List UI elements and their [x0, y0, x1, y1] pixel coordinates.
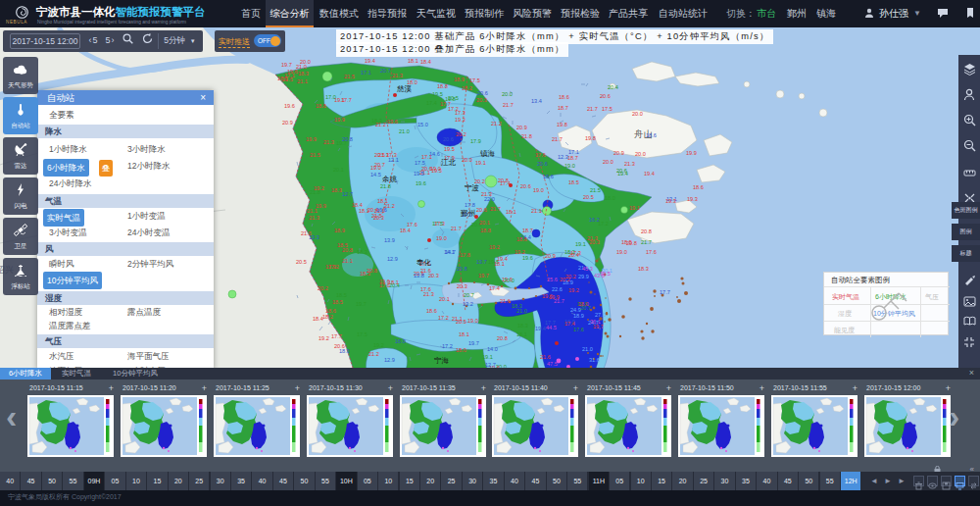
- svg-text:18.8: 18.8: [480, 228, 491, 233]
- svg-text:17.6: 17.6: [535, 152, 546, 158]
- svg-text:20.0: 20.0: [603, 159, 613, 165]
- svg-text:18.5: 18.5: [568, 179, 579, 185]
- svg-text:21.2: 21.2: [491, 121, 502, 126]
- svg-text:21.2: 21.2: [375, 122, 386, 127]
- svg-text:17.6: 17.6: [646, 249, 657, 255]
- svg-text:20.0: 20.0: [635, 151, 646, 157]
- svg-text:18.9: 18.9: [573, 313, 584, 319]
- svg-text:21.2: 21.2: [368, 351, 379, 357]
- svg-text:18.4: 18.4: [420, 59, 431, 65]
- svg-text:19.2: 19.2: [514, 249, 525, 255]
- svg-text:21.7: 21.7: [552, 136, 563, 142]
- svg-text:17.6: 17.6: [420, 286, 431, 292]
- svg-text:14.7: 14.7: [445, 249, 456, 255]
- svg-text:19.9: 19.9: [306, 136, 317, 142]
- svg-text:20.4: 20.4: [608, 84, 618, 90]
- svg-text:12.1: 12.1: [388, 157, 399, 163]
- svg-text:20.2: 20.2: [456, 131, 466, 137]
- svg-text:18.3: 18.3: [512, 303, 522, 309]
- svg-text:19.0: 19.0: [616, 249, 627, 255]
- svg-text:21.8: 21.8: [380, 183, 391, 189]
- svg-text:17.5: 17.5: [602, 106, 612, 112]
- svg-text:18.6: 18.6: [543, 174, 554, 179]
- svg-text:20.6: 20.6: [476, 207, 487, 213]
- svg-text:17.3: 17.3: [455, 110, 466, 116]
- svg-text:16.0: 16.0: [395, 338, 406, 344]
- svg-text:18.1: 18.1: [408, 58, 418, 64]
- svg-text:19.6: 19.6: [522, 255, 533, 261]
- svg-text:17.2: 17.2: [328, 264, 339, 270]
- svg-text:奉化: 奉化: [416, 258, 432, 267]
- svg-text:慈溪: 慈溪: [397, 84, 413, 93]
- svg-text:17.1: 17.1: [568, 149, 579, 155]
- svg-text:20.8: 20.8: [342, 247, 353, 253]
- svg-text:17.4: 17.4: [489, 285, 500, 291]
- svg-text:19.0: 19.0: [467, 318, 478, 324]
- svg-text:21.5: 21.5: [590, 187, 601, 193]
- svg-text:18.7: 18.7: [558, 105, 568, 111]
- svg-text:19.9: 19.9: [334, 117, 345, 123]
- svg-text:19.7: 19.7: [281, 62, 292, 68]
- svg-text:鄞州: 鄞州: [460, 209, 475, 218]
- svg-text:13.4: 13.4: [531, 98, 542, 104]
- svg-text:19.7: 19.7: [478, 273, 489, 278]
- svg-text:21.3: 21.3: [323, 139, 334, 145]
- svg-text:17.1: 17.1: [284, 73, 295, 78]
- svg-text:19.7: 19.7: [356, 301, 367, 307]
- svg-text:19.1: 19.1: [475, 160, 486, 166]
- svg-text:21.8: 21.8: [521, 133, 532, 139]
- svg-text:21.0: 21.0: [296, 64, 307, 70]
- svg-text:20.6: 20.6: [600, 93, 611, 99]
- svg-text:22.6: 22.6: [552, 286, 563, 292]
- svg-text:18.7: 18.7: [522, 228, 533, 233]
- svg-text:19.4: 19.4: [497, 256, 508, 262]
- svg-text:20.9: 20.9: [545, 253, 556, 259]
- svg-text:18.6: 18.6: [646, 132, 657, 138]
- svg-text:18.6: 18.6: [559, 94, 569, 100]
- svg-text:18.3: 18.3: [638, 266, 649, 272]
- svg-text:21.3: 21.3: [624, 161, 635, 167]
- svg-text:19.7: 19.7: [468, 340, 479, 346]
- svg-text:21.1: 21.1: [297, 78, 308, 84]
- svg-text:18.6: 18.6: [426, 308, 437, 314]
- svg-text:18.5: 18.5: [332, 299, 343, 305]
- svg-text:18.1: 18.1: [377, 198, 388, 204]
- svg-text:17.1: 17.1: [421, 154, 432, 160]
- svg-text:20.3: 20.3: [428, 273, 439, 278]
- svg-text:21.3: 21.3: [392, 73, 403, 78]
- svg-text:47.5: 47.5: [547, 361, 558, 367]
- svg-text:21.1: 21.1: [531, 208, 542, 214]
- svg-text:19.0: 19.0: [430, 166, 441, 172]
- svg-text:19.3: 19.3: [687, 196, 698, 202]
- svg-text:18.0: 18.0: [456, 347, 466, 353]
- svg-text:18.3: 18.3: [360, 271, 370, 277]
- svg-text:20.7: 20.7: [380, 68, 391, 74]
- svg-text:18.3: 18.3: [357, 249, 368, 255]
- svg-text:12.9: 12.9: [384, 357, 395, 363]
- svg-text:13.8: 13.8: [414, 273, 424, 278]
- svg-text:20.4: 20.4: [389, 282, 400, 288]
- svg-text:17.9: 17.9: [470, 138, 481, 144]
- svg-text:17.7: 17.7: [331, 333, 342, 339]
- svg-text:21.1: 21.1: [452, 316, 463, 322]
- svg-text:17.3: 17.3: [434, 221, 445, 227]
- svg-text:20.0: 20.0: [502, 91, 513, 97]
- svg-text:45.3: 45.3: [582, 266, 593, 272]
- svg-text:18.7: 18.7: [567, 155, 578, 161]
- svg-text:21.5: 21.5: [310, 152, 320, 158]
- svg-text:19.9: 19.9: [316, 203, 326, 209]
- svg-text:21.3: 21.3: [481, 191, 492, 197]
- svg-text:13.7: 13.7: [476, 259, 487, 265]
- svg-text:18.1: 18.1: [506, 209, 516, 215]
- svg-text:21.1: 21.1: [342, 258, 353, 264]
- svg-text:14.5: 14.5: [370, 172, 381, 177]
- svg-text:18.1: 18.1: [459, 331, 469, 337]
- svg-text:20.2: 20.2: [560, 277, 570, 282]
- svg-text:18.1: 18.1: [516, 331, 527, 337]
- svg-text:20.8: 20.8: [498, 177, 509, 183]
- svg-text:17.8: 17.8: [465, 202, 475, 208]
- svg-text:19.4: 19.4: [644, 171, 655, 177]
- svg-text:20.0: 20.0: [504, 278, 514, 283]
- svg-text:20.5: 20.5: [296, 259, 307, 265]
- svg-text:18.9: 18.9: [334, 228, 345, 233]
